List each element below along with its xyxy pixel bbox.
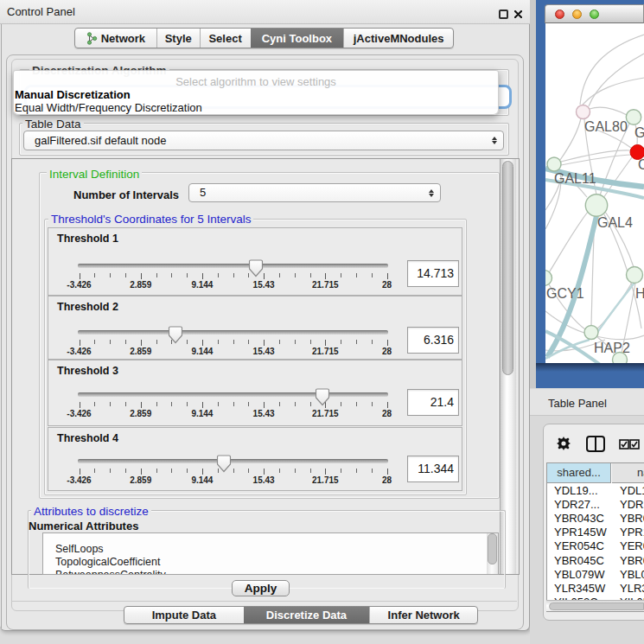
svg-text:GAL80: GAL80 [584, 119, 628, 134]
svg-text:GAL4: GAL4 [597, 215, 633, 230]
svg-text:GCY1: GCY1 [546, 286, 584, 301]
svg-text:C: C [638, 157, 644, 172]
svg-text:GA: GA [634, 125, 644, 140]
svg-text:H: H [635, 286, 644, 301]
svg-text:HAP2: HAP2 [594, 341, 630, 355]
svg-text:GAL11: GAL11 [554, 171, 596, 186]
